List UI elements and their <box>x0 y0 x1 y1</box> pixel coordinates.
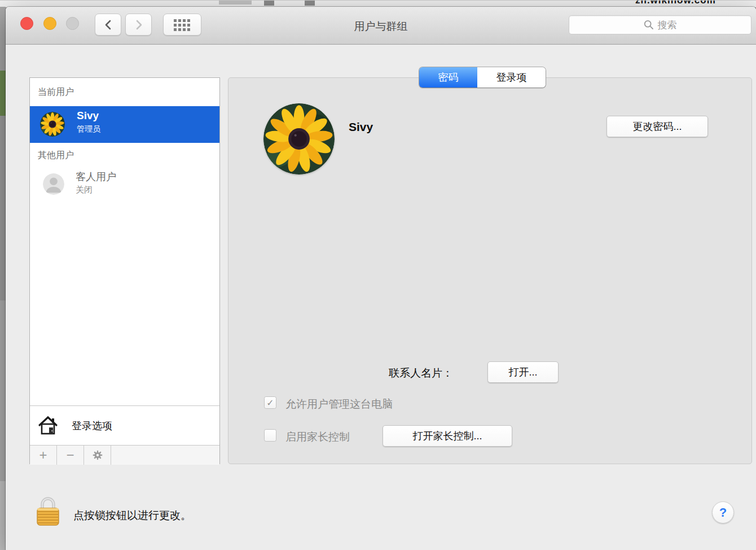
checkmark-icon: ✓ <box>266 398 274 408</box>
search-icon <box>644 20 654 30</box>
lock-message: 点按锁按钮以进行更改。 <box>73 508 191 523</box>
sidebar-action-bar: + − <box>30 445 219 465</box>
remove-user-button[interactable]: − <box>57 446 84 465</box>
guest-user-name: 客人用户 <box>76 170 116 184</box>
tab-password[interactable]: 密码 <box>419 67 477 88</box>
user-avatar-large[interactable] <box>263 103 335 174</box>
allow-admin-label: 允许用户管理这台电脑 <box>285 397 393 412</box>
question-mark-icon: ? <box>719 505 727 520</box>
sidebar-item-current-user[interactable]: Sivy 管理员 <box>30 106 219 143</box>
minus-icon: − <box>66 447 74 463</box>
add-user-button[interactable]: + <box>30 446 57 465</box>
tab-bar: 密码 登录项 <box>419 67 546 88</box>
users-groups-window: 用户与群组 搜索 当前用户 Sivy 管理员 其他用户 <box>6 7 756 550</box>
actions-menu-button[interactable] <box>84 446 111 465</box>
parental-controls-label: 启用家长控制 <box>285 430 350 444</box>
sidebar-item-login-options[interactable]: 登录选项 <box>30 405 219 445</box>
help-button[interactable]: ? <box>712 501 734 523</box>
search-input[interactable]: 搜索 <box>569 15 751 34</box>
current-user-role: 管理员 <box>77 124 100 134</box>
guest-avatar <box>43 173 64 195</box>
open-contact-card-button[interactable]: 打开... <box>487 361 559 383</box>
house-icon <box>37 415 59 436</box>
sidebar-item-guest-user[interactable]: 客人用户 关闭 <box>30 168 219 203</box>
current-user-name: Sivy <box>77 110 99 122</box>
gear-icon <box>92 449 103 461</box>
tab-login-items[interactable]: 登录项 <box>477 67 546 88</box>
search-placeholder: 搜索 <box>658 19 677 32</box>
screen: zh.wikihow.com <box>0 0 756 550</box>
change-password-button[interactable]: 更改密码... <box>606 116 708 137</box>
parental-controls-checkbox[interactable] <box>264 429 276 442</box>
sunflower-avatar <box>40 112 65 137</box>
login-options-label: 登录选项 <box>72 406 112 446</box>
titlebar: 用户与群组 搜索 <box>6 7 756 45</box>
other-users-header: 其他用户 <box>30 143 227 168</box>
current-user-header: 当前用户 <box>30 78 219 107</box>
lock-icon[interactable] <box>34 493 62 528</box>
watermark-text: zh.wikihow.com <box>635 0 716 6</box>
main-user-name: Sivy <box>349 120 373 134</box>
guest-user-status: 关闭 <box>76 185 93 195</box>
desktop-edge <box>0 7 6 550</box>
plus-icon: + <box>39 447 47 463</box>
open-parental-controls-button[interactable]: 打开家长控制... <box>383 425 512 447</box>
user-list-sidebar: 当前用户 Sivy 管理员 其他用户 客人用户 关闭 <box>29 77 220 464</box>
contact-card-label: 联系人名片： <box>389 366 453 381</box>
allow-admin-checkbox[interactable]: ✓ <box>264 396 276 409</box>
